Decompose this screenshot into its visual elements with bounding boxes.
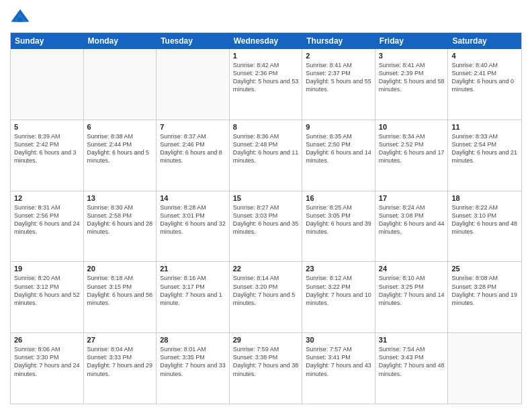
day-info: Sunrise: 8:01 AM Sunset: 3:35 PM Dayligh… [160,345,226,378]
day-number: 25 [451,265,518,273]
week-row-2: 5Sunrise: 8:39 AM Sunset: 2:42 PM Daylig… [11,120,521,191]
day-number: 2 [306,52,371,60]
day-info: Sunrise: 7:54 AM Sunset: 3:43 PM Dayligh… [379,345,445,378]
day-number: 6 [87,123,153,131]
day-number: 16 [306,194,371,202]
day-info: Sunrise: 8:40 AM Sunset: 2:41 PM Dayligh… [451,61,518,94]
cal-cell: 9Sunrise: 8:35 AM Sunset: 2:50 PM Daylig… [302,120,375,191]
cal-cell: 11Sunrise: 8:33 AM Sunset: 2:54 PM Dayli… [448,120,521,191]
cal-cell [11,49,84,120]
day-info: Sunrise: 8:31 AM Sunset: 2:56 PM Dayligh… [14,203,80,236]
day-number: 17 [379,194,445,202]
day-number: 10 [379,123,445,131]
day-info: Sunrise: 8:33 AM Sunset: 2:54 PM Dayligh… [451,132,518,165]
cal-cell: 8Sunrise: 8:36 AM Sunset: 2:48 PM Daylig… [230,120,303,191]
cal-cell: 28Sunrise: 8:01 AM Sunset: 3:35 PM Dayli… [157,333,230,404]
logo-icon [10,7,30,27]
cal-cell: 23Sunrise: 8:12 AM Sunset: 3:22 PM Dayli… [302,262,375,332]
header-day-friday: Friday [375,33,449,49]
cal-cell: 2Sunrise: 8:41 AM Sunset: 2:37 PM Daylig… [302,49,375,120]
day-number: 29 [233,336,299,344]
day-number: 24 [379,265,445,273]
day-number: 30 [306,336,371,344]
day-number: 12 [14,194,80,202]
day-number: 28 [160,336,226,344]
cal-cell: 31Sunrise: 7:54 AM Sunset: 3:43 PM Dayli… [375,333,449,404]
week-row-1: 1Sunrise: 8:42 AM Sunset: 2:36 PM Daylig… [11,49,521,120]
cal-cell: 3Sunrise: 8:41 AM Sunset: 2:39 PM Daylig… [375,49,449,120]
day-info: Sunrise: 8:10 AM Sunset: 3:25 PM Dayligh… [379,274,445,307]
cal-cell: 6Sunrise: 8:38 AM Sunset: 2:44 PM Daylig… [84,120,157,191]
day-number: 4 [451,52,518,60]
day-info: Sunrise: 8:42 AM Sunset: 2:36 PM Dayligh… [233,61,299,94]
cal-cell: 12Sunrise: 8:31 AM Sunset: 2:56 PM Dayli… [11,191,84,262]
day-number: 18 [451,194,518,202]
day-info: Sunrise: 8:27 AM Sunset: 3:03 PM Dayligh… [233,203,299,236]
cal-cell: 13Sunrise: 8:30 AM Sunset: 2:58 PM Dayli… [84,191,157,262]
header-day-wednesday: Wednesday [230,33,303,49]
cal-cell: 22Sunrise: 8:14 AM Sunset: 3:20 PM Dayli… [230,262,303,332]
day-number: 14 [160,194,226,202]
day-info: Sunrise: 8:25 AM Sunset: 3:05 PM Dayligh… [306,203,371,236]
cal-cell: 18Sunrise: 8:22 AM Sunset: 3:10 PM Dayli… [448,191,521,262]
day-number: 19 [14,265,80,273]
cal-cell: 21Sunrise: 8:16 AM Sunset: 3:17 PM Dayli… [157,262,230,332]
cal-cell: 20Sunrise: 8:18 AM Sunset: 3:15 PM Dayli… [84,262,157,332]
cal-cell: 26Sunrise: 8:06 AM Sunset: 3:30 PM Dayli… [11,333,84,404]
cal-cell: 27Sunrise: 8:04 AM Sunset: 3:33 PM Dayli… [84,333,157,404]
day-number: 11 [451,123,518,131]
day-info: Sunrise: 8:22 AM Sunset: 3:10 PM Dayligh… [451,203,518,236]
day-info: Sunrise: 8:14 AM Sunset: 3:20 PM Dayligh… [233,274,299,307]
day-info: Sunrise: 8:04 AM Sunset: 3:33 PM Dayligh… [87,345,153,378]
day-number: 21 [160,265,226,273]
day-number: 1 [233,52,299,60]
cal-cell: 24Sunrise: 8:10 AM Sunset: 3:25 PM Dayli… [375,262,449,332]
day-info: Sunrise: 8:30 AM Sunset: 2:58 PM Dayligh… [87,203,153,236]
header-day-tuesday: Tuesday [157,33,230,49]
day-info: Sunrise: 8:18 AM Sunset: 3:15 PM Dayligh… [87,274,153,307]
cal-cell: 7Sunrise: 8:37 AM Sunset: 2:46 PM Daylig… [157,120,230,191]
cal-cell [84,49,157,120]
day-number: 20 [87,265,153,273]
header [10,7,522,27]
cal-cell: 16Sunrise: 8:25 AM Sunset: 3:05 PM Dayli… [302,191,375,262]
cal-cell: 1Sunrise: 8:42 AM Sunset: 2:36 PM Daylig… [230,49,303,120]
day-info: Sunrise: 8:20 AM Sunset: 3:12 PM Dayligh… [14,274,80,307]
day-number: 31 [379,336,445,344]
day-info: Sunrise: 8:28 AM Sunset: 3:01 PM Dayligh… [160,203,226,236]
day-info: Sunrise: 8:34 AM Sunset: 2:52 PM Dayligh… [379,132,445,165]
day-info: Sunrise: 8:16 AM Sunset: 3:17 PM Dayligh… [160,274,226,307]
week-row-4: 19Sunrise: 8:20 AM Sunset: 3:12 PM Dayli… [11,261,521,332]
day-info: Sunrise: 8:41 AM Sunset: 2:39 PM Dayligh… [379,61,445,94]
cal-cell: 29Sunrise: 7:59 AM Sunset: 3:38 PM Dayli… [230,333,303,404]
day-number: 7 [160,123,226,131]
day-info: Sunrise: 8:06 AM Sunset: 3:30 PM Dayligh… [14,345,80,378]
cal-cell: 5Sunrise: 8:39 AM Sunset: 2:42 PM Daylig… [11,120,84,191]
calendar-header: SundayMondayTuesdayWednesdayThursdayFrid… [11,33,521,49]
day-info: Sunrise: 8:24 AM Sunset: 3:08 PM Dayligh… [379,203,445,236]
cal-cell [157,49,230,120]
day-number: 8 [233,123,299,131]
cal-cell: 10Sunrise: 8:34 AM Sunset: 2:52 PM Dayli… [375,120,449,191]
day-number: 5 [14,123,80,131]
day-info: Sunrise: 8:41 AM Sunset: 2:37 PM Dayligh… [306,61,371,94]
day-number: 13 [87,194,153,202]
logo [10,7,33,27]
svg-rect-2 [17,18,23,22]
day-info: Sunrise: 8:39 AM Sunset: 2:42 PM Dayligh… [14,132,80,165]
calendar: SundayMondayTuesdayWednesdayThursdayFrid… [10,32,522,404]
day-info: Sunrise: 8:08 AM Sunset: 3:28 PM Dayligh… [451,274,518,307]
day-info: Sunrise: 8:37 AM Sunset: 2:46 PM Dayligh… [160,132,226,165]
day-info: Sunrise: 8:36 AM Sunset: 2:48 PM Dayligh… [233,132,299,165]
day-info: Sunrise: 8:35 AM Sunset: 2:50 PM Dayligh… [306,132,371,165]
page: SundayMondayTuesdayWednesdayThursdayFrid… [0,0,532,411]
day-number: 26 [14,336,80,344]
cal-cell: 19Sunrise: 8:20 AM Sunset: 3:12 PM Dayli… [11,262,84,332]
calendar-body: 1Sunrise: 8:42 AM Sunset: 2:36 PM Daylig… [11,49,521,404]
header-day-sunday: Sunday [11,33,84,49]
day-info: Sunrise: 8:12 AM Sunset: 3:22 PM Dayligh… [306,274,371,307]
day-info: Sunrise: 7:59 AM Sunset: 3:38 PM Dayligh… [233,345,299,378]
header-day-monday: Monday [84,33,157,49]
week-row-3: 12Sunrise: 8:31 AM Sunset: 2:56 PM Dayli… [11,191,521,262]
day-info: Sunrise: 7:57 AM Sunset: 3:41 PM Dayligh… [306,345,371,378]
